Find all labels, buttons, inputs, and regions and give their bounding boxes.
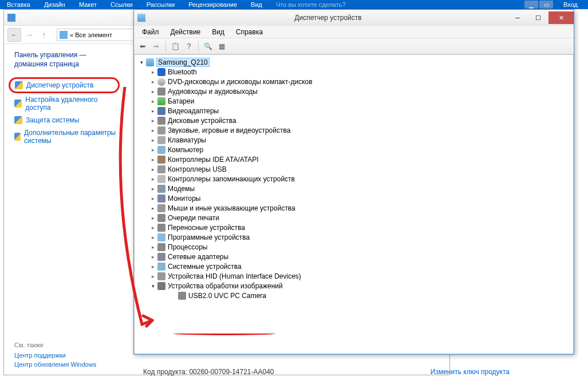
tree-category[interactable]: Видеоадаптеры <box>138 106 573 116</box>
expander-icon[interactable] <box>149 254 156 260</box>
toolbar-help-icon[interactable]: ? <box>183 40 195 53</box>
tree-category[interactable]: Bluetooth <box>138 67 573 77</box>
category-icon <box>157 224 165 232</box>
expander-icon[interactable] <box>149 79 156 85</box>
tree-category[interactable]: Контроллеры USB <box>138 164 573 174</box>
toolbar-scan-icon[interactable]: 🔍 <box>202 40 214 53</box>
category-icon <box>157 243 165 251</box>
category-icon <box>157 146 165 154</box>
ribbon-item[interactable]: Рецензирование <box>181 1 244 8</box>
device-tree[interactable]: Samsung_Q210 BluetoothDVD-дисководы и ди… <box>134 54 574 354</box>
computer-icon <box>146 58 154 66</box>
category-icon <box>157 136 165 144</box>
close-button[interactable]: ✕ <box>548 11 574 24</box>
sidebar-link-remote[interactable]: Настройка удаленного доступа <box>14 93 120 114</box>
ribbon-search-hint[interactable]: Что вы хотите сделать? <box>269 1 353 8</box>
tree-category[interactable]: Клавиатуры <box>138 135 573 145</box>
sidebar-subtitle: домашняя страница <box>14 60 120 68</box>
expander-icon[interactable] <box>149 128 156 133</box>
toolbar-back-icon[interactable]: ⬅ <box>136 40 149 53</box>
expander-icon[interactable] <box>149 215 156 221</box>
expander-icon[interactable] <box>149 235 156 240</box>
tree-category[interactable]: Контроллеры IDE ATA/ATAPI <box>138 154 573 164</box>
change-key-link[interactable]: Изменить ключ продукта <box>431 368 510 376</box>
ribbon-item[interactable]: Ссылки <box>104 1 140 8</box>
toolbar-properties-icon[interactable]: 📋 <box>169 40 181 53</box>
tree-category[interactable]: Звуковые, игровые и видеоустройства <box>138 125 573 135</box>
expander-icon[interactable] <box>149 118 156 124</box>
tree-category-imaging[interactable]: Устройства обработки изображений <box>138 281 573 291</box>
breadcrumb-text: Все элемент <box>75 31 112 38</box>
up-icon[interactable]: ↑ <box>37 28 51 42</box>
footer-link-support[interactable]: Центр поддержки <box>14 352 96 359</box>
expander-icon[interactable] <box>149 69 156 75</box>
tree-category[interactable]: Мыши и иные указывающие устройства <box>138 203 573 213</box>
maximize-button[interactable]: ☐ <box>528 11 548 24</box>
expander-icon[interactable] <box>149 98 156 104</box>
tree-category[interactable]: Модемы <box>138 184 573 193</box>
tree-category[interactable]: Переносные устройства <box>138 223 573 232</box>
expander-icon[interactable] <box>149 283 156 289</box>
expander-icon[interactable] <box>149 108 156 114</box>
sidebar-link-protection[interactable]: Защита системы <box>14 114 120 126</box>
footer-link-update[interactable]: Центр обновления Windows <box>14 361 96 368</box>
tree-category[interactable]: Аудиовходы и аудиовыходы <box>138 86 573 96</box>
ribbon-item[interactable]: Макет <box>72 1 104 8</box>
ribbon-bar: Вставка Дизайн Макет Ссылки Рассылки Рец… <box>0 0 588 9</box>
expander-icon[interactable] <box>149 157 156 162</box>
category-icon <box>157 117 165 125</box>
minimize-button[interactable]: ─ <box>507 11 528 24</box>
ribbon-item[interactable]: Рассылки <box>140 1 181 8</box>
tree-category[interactable]: Компьютер <box>138 145 573 154</box>
menu-action[interactable]: Действие <box>165 28 207 36</box>
expander-icon[interactable] <box>149 273 156 279</box>
tree-category[interactable]: Контроллеры запоминающих устройств <box>138 174 573 184</box>
menu-file[interactable]: Файл <box>136 28 165 36</box>
category-icon <box>157 233 165 241</box>
tree-category[interactable]: Устройства HID (Human Interface Devices) <box>138 271 573 281</box>
expander-icon[interactable] <box>149 244 156 250</box>
ribbon-item[interactable]: Вставка <box>0 1 37 8</box>
tree-category[interactable]: Очереди печати <box>138 213 573 223</box>
dm-titlebar[interactable]: Диспетчер устройств ─ ☐ ✕ <box>134 10 574 26</box>
tree-category[interactable]: Батареи <box>138 96 573 106</box>
expander-icon[interactable] <box>149 89 156 94</box>
back-icon[interactable]: ← <box>7 28 21 42</box>
expander-icon[interactable] <box>149 186 156 192</box>
expander-icon[interactable] <box>149 264 156 269</box>
tree-category[interactable]: Мониторы <box>138 193 573 203</box>
tree-category[interactable]: Процессоры <box>138 242 573 252</box>
ribbon-minimize-icon[interactable]: ▁ <box>524 1 538 9</box>
tree-category[interactable]: Программные устройства <box>138 232 573 242</box>
tree-category[interactable]: Дисковые устройства <box>138 116 573 125</box>
expander-icon[interactable] <box>138 59 145 65</box>
category-label: Системные устройства <box>168 263 242 271</box>
toolbar-forward-icon[interactable]: ➡ <box>150 40 163 53</box>
menu-view[interactable]: Вид <box>206 28 230 36</box>
expander-icon[interactable] <box>149 137 156 143</box>
category-label: Переносные устройства <box>168 224 245 232</box>
expander-icon[interactable] <box>149 166 156 172</box>
expander-icon[interactable] <box>149 176 156 182</box>
tree-category[interactable]: Сетевые адаптеры <box>138 252 573 261</box>
tree-category[interactable]: Системные устройства <box>138 261 573 271</box>
expander-icon[interactable] <box>149 225 156 231</box>
category-icon <box>157 204 165 212</box>
ribbon-item[interactable]: Вид <box>244 1 269 8</box>
toolbar-view-icon[interactable]: ▦ <box>215 40 228 53</box>
tree-device-camera[interactable]: USB2.0 UVC PC Camera <box>138 291 573 300</box>
sidebar-link-device-manager[interactable]: Диспетчер устройств <box>9 77 120 93</box>
tree-root[interactable]: Samsung_Q210 <box>138 57 573 67</box>
menu-help[interactable]: Справка <box>230 28 269 36</box>
expander-icon[interactable] <box>149 196 156 201</box>
breadcrumb-icon <box>60 31 68 39</box>
ribbon-item[interactable]: Дизайн <box>37 1 72 8</box>
signin-button[interactable]: Вход <box>553 1 588 8</box>
sidebar-link-advanced[interactable]: Дополнительные параметры системы <box>14 126 120 147</box>
forward-icon[interactable]: → <box>22 28 36 42</box>
ribbon-restore-icon[interactable]: ▭ <box>539 1 553 9</box>
tree-category[interactable]: DVD-дисководы и дисководы компакт-дисков <box>138 77 573 86</box>
dm-toolbar: ⬅ ➡ 📋 ? 🔍 ▦ <box>134 38 574 54</box>
expander-icon[interactable] <box>149 205 156 211</box>
expander-icon[interactable] <box>149 147 156 153</box>
